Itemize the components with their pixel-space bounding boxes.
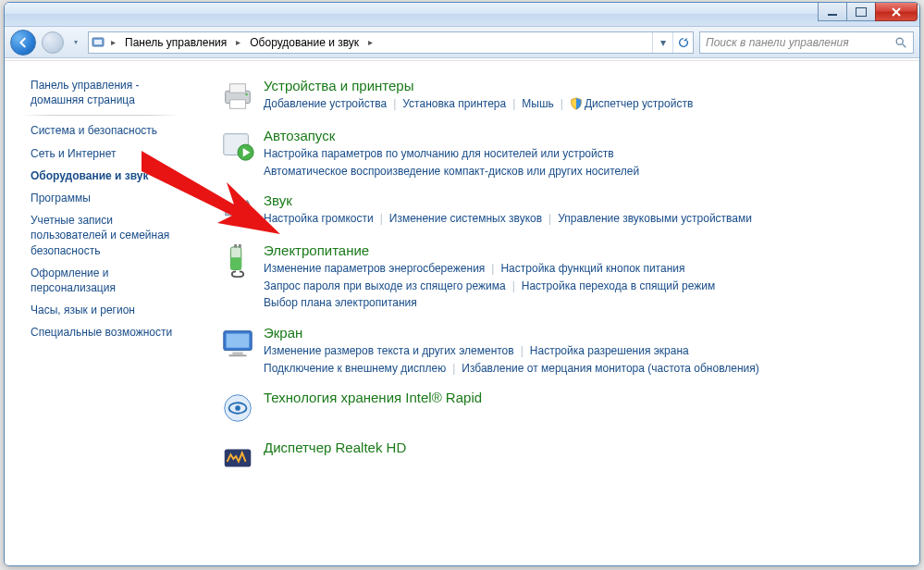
breadcrumb-hardware-sound[interactable]: Оборудование и звук [244, 32, 364, 53]
link-power-saving[interactable]: Изменение параметров энергосбережения [264, 262, 485, 275]
link-power-buttons[interactable]: Настройка функций кнопок питания [500, 262, 684, 275]
category-title[interactable]: Устройства и принтеры [264, 78, 908, 93]
svg-rect-1 [94, 40, 102, 44]
category-title[interactable]: Экран [264, 325, 908, 341]
category-title[interactable]: Электропитание [264, 242, 908, 258]
svg-rect-5 [229, 84, 245, 93]
svg-rect-6 [229, 100, 245, 109]
link-refresh-rate[interactable]: Избавление от мерцания монитора (частота… [462, 362, 758, 375]
link-sleep[interactable]: Настройка перехода в спящий режим [522, 279, 715, 292]
address-dropdown-button[interactable]: ▾ [652, 32, 672, 53]
svg-rect-17 [229, 354, 247, 356]
titlebar [5, 3, 919, 27]
sidebar-item-accessibility[interactable]: Специальные возможности [5, 321, 196, 343]
navbar: ▾ ▸ Панель управления ▸ Оборудование и з… [5, 27, 919, 58]
sidebar-item-programs[interactable]: Программы [5, 187, 196, 209]
content: Устройства и принтеры Добавление устройс… [197, 61, 919, 565]
sound-icon [219, 192, 256, 229]
category-title[interactable]: Звук [264, 192, 908, 208]
link-add-device[interactable]: Добавление устройства [264, 97, 387, 110]
power-icon [219, 242, 256, 279]
category-title[interactable]: Диспетчер Realtek HD [264, 440, 908, 455]
address-bar[interactable]: ▸ Панель управления ▸ Оборудование и зву… [88, 31, 694, 54]
link-resolution[interactable]: Настройка разрешения экрана [530, 344, 689, 357]
category-display: Экран Изменение размеров текста и других… [219, 325, 908, 377]
shield-icon [570, 97, 583, 110]
link-external-display[interactable]: Подключение к внешнему дисплею [264, 362, 446, 375]
link-default-media[interactable]: Настройка параметров по умолчанию для но… [264, 147, 614, 160]
search-icon [894, 36, 907, 49]
svg-point-2 [896, 38, 903, 44]
svg-rect-12 [234, 244, 237, 248]
link-system-sounds[interactable]: Изменение системных звуков [389, 212, 542, 225]
sidebar-item-users[interactable]: Учетные записи пользователей и семейная … [5, 209, 196, 262]
minimize-button[interactable] [818, 3, 847, 21]
sidebar: Панель управления - домашняя страница Си… [5, 61, 197, 565]
realtek-icon [219, 440, 256, 477]
category-sound: Звук Настройка громкости|Изменение систе… [219, 192, 908, 229]
close-button[interactable] [875, 3, 918, 21]
maximize-button[interactable] [846, 3, 876, 21]
sidebar-item-system-security[interactable]: Система и безопасность [5, 119, 196, 142]
category-title[interactable]: Автозапуск [264, 128, 908, 143]
back-button[interactable] [10, 30, 36, 56]
link-audio-devices[interactable]: Управление звуковыми устройствами [558, 212, 752, 225]
nav-history-dropdown[interactable]: ▾ [69, 30, 82, 56]
intel-rapid-icon [219, 390, 256, 427]
control-panel-window: ▾ ▸ Панель управления ▸ Оборудование и з… [4, 2, 920, 566]
chevron-right-icon[interactable]: ▸ [107, 32, 119, 53]
link-mouse[interactable]: Мышь [522, 97, 554, 110]
link-power-plan[interactable]: Выбор плана электропитания [264, 296, 417, 309]
link-device-manager[interactable]: Диспетчер устройств [570, 97, 693, 110]
svg-rect-15 [227, 334, 250, 348]
window-buttons [819, 3, 918, 21]
sidebar-item-appearance[interactable]: Оформление и персонализация [5, 262, 196, 299]
chevron-right-icon[interactable]: ▸ [364, 32, 376, 53]
autoplay-icon [219, 128, 256, 165]
link-text-size[interactable]: Изменение размеров текста и других элеме… [264, 344, 514, 357]
sidebar-item-hardware-sound[interactable]: Оборудование и звук [5, 165, 196, 187]
link-volume[interactable]: Настройка громкости [264, 212, 374, 225]
control-panel-icon [89, 35, 107, 50]
sidebar-item-network[interactable]: Сеть и Интернет [5, 142, 196, 165]
category-realtek: Диспетчер Realtek HD [219, 440, 908, 477]
category-devices-printers: Устройства и принтеры Добавление устройс… [219, 78, 908, 115]
svg-line-3 [903, 43, 906, 47]
display-icon [219, 325, 256, 362]
svg-rect-16 [232, 352, 242, 354]
sidebar-home[interactable]: Панель управления - домашняя страница [5, 74, 196, 111]
search-placeholder: Поиск в панели управления [706, 36, 849, 49]
chevron-right-icon[interactable]: ▸ [232, 32, 244, 53]
forward-button[interactable] [42, 31, 64, 54]
svg-point-7 [245, 93, 248, 96]
svg-rect-11 [230, 257, 240, 269]
link-add-printer[interactable]: Установка принтера [402, 97, 506, 110]
category-intel-rapid: Технология хранения Intel® Rapid [219, 390, 908, 427]
category-power: Электропитание Изменение параметров энер… [219, 242, 908, 312]
breadcrumb-control-panel[interactable]: Панель управления [119, 32, 232, 53]
svg-rect-13 [239, 244, 241, 248]
category-title[interactable]: Технология хранения Intel® Rapid [264, 390, 908, 405]
sidebar-item-clock[interactable]: Часы, язык и регион [5, 299, 196, 321]
printer-icon [219, 78, 256, 115]
search-box[interactable]: Поиск в панели управления [699, 31, 914, 54]
svg-point-20 [235, 405, 240, 411]
divider [21, 115, 179, 116]
link-password-wake[interactable]: Запрос пароля при выходе из спящего режи… [264, 279, 506, 292]
link-autoplay-cd[interactable]: Автоматическое воспроизведение компакт-д… [264, 165, 639, 178]
category-autoplay: Автозапуск Настройка параметров по умолч… [219, 128, 908, 180]
refresh-button[interactable] [672, 32, 693, 53]
